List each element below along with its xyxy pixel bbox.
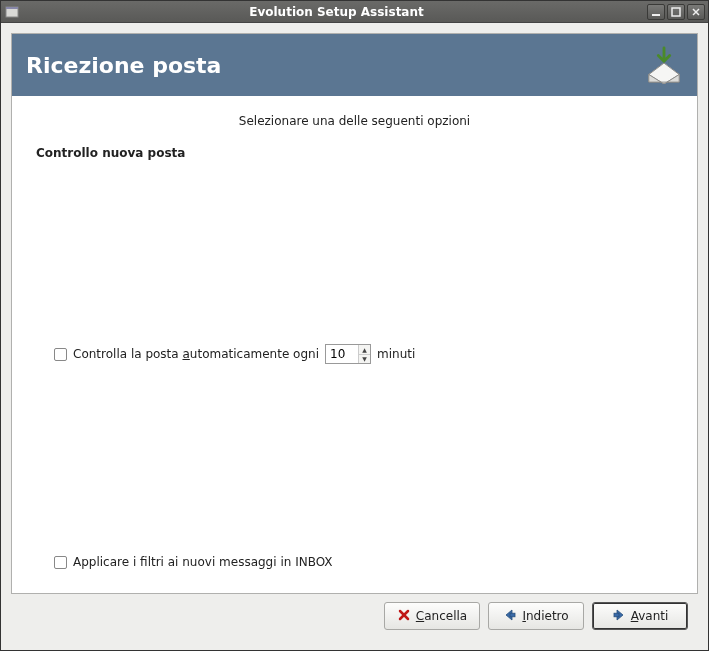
spin-down-button[interactable]: ▼ — [359, 355, 370, 364]
check-auto-checkbox[interactable] — [54, 348, 67, 361]
interval-input[interactable] — [326, 345, 358, 363]
svg-rect-2 — [652, 14, 660, 16]
arrow-right-icon — [612, 608, 626, 625]
close-button[interactable] — [687, 4, 705, 20]
window-title: Evolution Setup Assistant — [26, 5, 647, 19]
wizard-card: Ricezione posta Selezionare una delle se… — [11, 33, 698, 594]
back-button[interactable]: Indietro — [488, 602, 584, 630]
arrow-left-icon — [503, 608, 517, 625]
interval-unit: minuti — [377, 347, 415, 361]
section-title: Controllo nuova posta — [36, 146, 673, 160]
interval-spinbox[interactable]: ▲ ▼ — [325, 344, 371, 364]
forward-label: Avanti — [631, 609, 669, 623]
forward-button[interactable]: Avanti — [592, 602, 688, 630]
svg-rect-1 — [6, 7, 18, 9]
minimize-button[interactable] — [647, 4, 665, 20]
check-auto-label[interactable]: Controlla la posta automaticamente ogni — [73, 347, 319, 361]
check-filters-label[interactable]: Applicare i filtri ai nuovi messaggi in … — [73, 555, 333, 569]
back-label: Indietro — [522, 609, 568, 623]
titlebar[interactable]: Evolution Setup Assistant — [1, 1, 708, 23]
svg-rect-11 — [510, 613, 515, 617]
banner: Ricezione posta — [12, 34, 697, 96]
spin-up-button[interactable]: ▲ — [359, 345, 370, 355]
content-area: Ricezione posta Selezionare una delle se… — [1, 23, 708, 650]
instruction-text: Selezionare una delle seguenti opzioni — [36, 114, 673, 128]
system-menu-icon[interactable] — [4, 4, 20, 20]
check-filters-checkbox[interactable] — [54, 556, 67, 569]
button-row: Cancella Indietro Avanti — [11, 594, 698, 640]
check-auto-row: Controlla la posta automaticamente ogni … — [54, 344, 673, 364]
cancel-label: Cancella — [416, 609, 467, 623]
cancel-button[interactable]: Cancella — [384, 602, 480, 630]
mail-receive-icon — [645, 46, 683, 84]
svg-rect-12 — [614, 613, 619, 617]
svg-rect-3 — [672, 8, 680, 16]
check-filters-row: Applicare i filtri ai nuovi messaggi in … — [54, 555, 673, 569]
banner-title: Ricezione posta — [26, 53, 645, 78]
maximize-button[interactable] — [667, 4, 685, 20]
cancel-icon — [397, 608, 411, 625]
wizard-body: Selezionare una delle seguenti opzioni C… — [12, 96, 697, 593]
window-root: Evolution Setup Assistant Ricezione post… — [0, 0, 709, 651]
window-controls — [647, 4, 705, 20]
